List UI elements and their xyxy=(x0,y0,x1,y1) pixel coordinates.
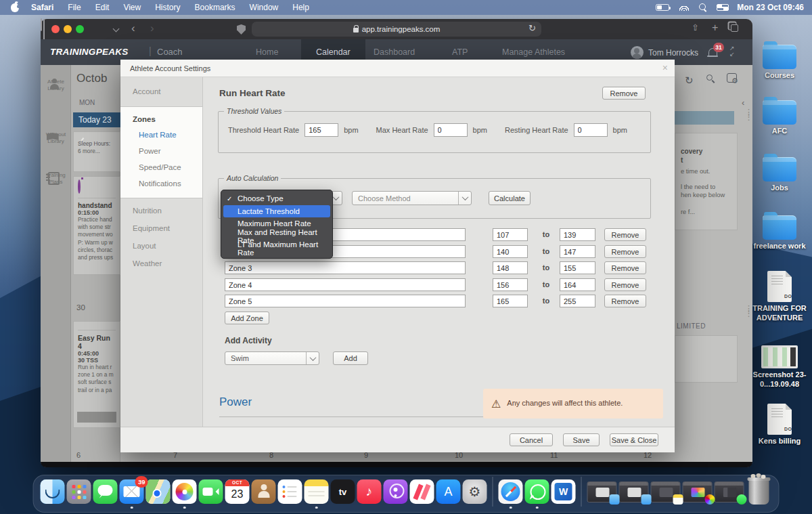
new-tab-icon[interactable]: + xyxy=(712,22,718,34)
privacy-shield-icon[interactable] xyxy=(237,24,246,35)
save-button[interactable]: Save xyxy=(563,433,600,446)
apple-menu-icon[interactable] xyxy=(11,3,19,12)
minimized-window-2[interactable] xyxy=(619,481,649,502)
menu-bookmarks[interactable]: Bookmarks xyxy=(195,3,235,12)
menu-bar-clock[interactable]: Mon 23 Oct 09:46 xyxy=(737,3,804,12)
dock-system-settings-icon[interactable] xyxy=(463,479,487,504)
dock-photos-icon[interactable] xyxy=(173,479,197,504)
spotlight-search-icon[interactable] xyxy=(699,3,707,12)
right-panel-card[interactable]: covery t e time out. l the need to hen k… xyxy=(675,133,738,230)
menu-view[interactable]: View xyxy=(123,3,141,12)
dock-maps-icon[interactable] xyxy=(146,479,171,504)
sidebar-toggle-icon[interactable] xyxy=(41,18,42,31)
tab-overview-icon[interactable] xyxy=(731,24,738,32)
battery-icon[interactable] xyxy=(656,4,669,11)
workout-card-easy-run[interactable]: Easy Run 4 0:45:00 30 TSS Run in heart r… xyxy=(73,321,120,428)
menu-option-lactate-threshold[interactable]: Lactate Threshold xyxy=(223,205,330,218)
sidebar-item-weather[interactable]: Weather xyxy=(120,255,202,272)
minimized-window-1[interactable] xyxy=(587,481,617,502)
zone-4-name-input[interactable] xyxy=(225,278,466,291)
forward-button[interactable]: › xyxy=(150,22,154,35)
sleep-card[interactable]: Sleep Hours: 6 more... xyxy=(73,131,120,172)
max-hr-input[interactable] xyxy=(434,123,468,137)
calendar-settings-icon[interactable]: ⚙ xyxy=(727,73,737,83)
zone-5-max-input[interactable] xyxy=(560,295,595,307)
dock-music-icon[interactable] xyxy=(357,479,382,504)
zone-5-name-input[interactable] xyxy=(225,295,466,307)
zone-3-name-input[interactable] xyxy=(225,261,466,274)
sidebar-section-zones[interactable]: Zones xyxy=(120,112,202,127)
menu-edit[interactable]: Edit xyxy=(95,3,110,12)
menu-help[interactable]: Help xyxy=(292,3,309,12)
dock-whatsapp-icon[interactable] xyxy=(525,479,549,504)
close-window-button[interactable] xyxy=(51,25,60,33)
sidebar-item-account[interactable]: Account xyxy=(120,84,202,99)
zone-1-min-input[interactable] xyxy=(493,228,528,241)
zone-4-remove-button[interactable]: Remove xyxy=(604,278,646,291)
cancel-button[interactable]: Cancel xyxy=(510,433,553,446)
activity-select[interactable]: Swim xyxy=(225,351,319,365)
menu-option-lt-and-maximum[interactable]: LT and Maximum Heart Rate xyxy=(221,242,332,255)
dock-finder-icon[interactable] xyxy=(41,479,65,504)
dock-safari-icon[interactable] xyxy=(499,479,523,504)
sidebar-item-athlete-library[interactable]: Athlete Library xyxy=(41,79,71,91)
back-button[interactable]: ‹ xyxy=(131,22,135,35)
dock-reminders-icon[interactable] xyxy=(278,479,302,504)
minimized-window-5[interactable] xyxy=(715,481,744,502)
remove-activity-button[interactable]: Remove xyxy=(602,87,646,100)
zone-3-min-input[interactable] xyxy=(493,261,528,274)
zone-5-min-input[interactable] xyxy=(493,295,528,307)
zone-5-remove-button[interactable]: Remove xyxy=(604,295,646,307)
today-banner[interactable]: Today 23 xyxy=(73,112,120,127)
workout-card-handstand[interactable]: handstand 0:15:00 Practice hand with som… xyxy=(73,176,120,275)
minimize-window-button[interactable] xyxy=(64,25,72,33)
drag-handle-dots[interactable]: ⋮⋮ xyxy=(744,110,752,119)
share-icon[interactable]: ⇧ xyxy=(692,22,699,33)
folder-icon[interactable] xyxy=(763,215,796,240)
tab-group-chevron-icon[interactable] xyxy=(114,28,118,33)
calendar-search-icon[interactable] xyxy=(706,74,714,83)
minimized-window-4[interactable] xyxy=(683,481,713,502)
menu-safari[interactable]: Safari xyxy=(31,3,53,12)
folder-icon[interactable] xyxy=(763,157,796,181)
zone-3-max-input[interactable] xyxy=(560,261,595,274)
collapse-panel-chevron-icon[interactable]: ‹ xyxy=(742,98,744,108)
add-activity-button[interactable]: Add xyxy=(333,351,368,365)
menu-window[interactable]: Window xyxy=(250,3,279,12)
sidebar-item-workout-library[interactable]: Workout Library xyxy=(41,131,71,144)
sleep-more[interactable]: 6 more... xyxy=(78,148,116,155)
dock-launchpad-icon[interactable] xyxy=(67,479,91,504)
sidebar-item-nutrition[interactable]: Nutrition xyxy=(120,202,202,219)
zoom-window-button[interactable] xyxy=(76,25,84,33)
threshold-hr-input[interactable] xyxy=(304,123,338,137)
dock-notes-icon[interactable] xyxy=(304,479,329,504)
zone-1-max-input[interactable] xyxy=(560,228,595,241)
close-icon[interactable]: × xyxy=(662,62,668,73)
zone-4-max-input[interactable] xyxy=(560,278,595,291)
sidebar-item-equipment[interactable]: Equipment xyxy=(120,219,202,237)
sidebar-item-power[interactable]: Power xyxy=(120,143,202,159)
reload-icon[interactable]: ↻ xyxy=(528,23,536,33)
zone-2-min-input[interactable] xyxy=(493,245,528,258)
dock-contacts-icon[interactable] xyxy=(252,479,276,504)
sidebar-item-speed-pace[interactable]: Speed/Pace xyxy=(120,159,202,175)
control-center-icon[interactable] xyxy=(717,4,727,11)
sidebar-item-training-plans[interactable]: Training Plans xyxy=(41,172,71,185)
trainingpeaks-logo[interactable]: TRAININGPEAKS xyxy=(50,47,129,57)
resting-hr-input[interactable] xyxy=(574,123,608,137)
sidebar-item-notifications[interactable]: Notifications xyxy=(120,175,202,192)
folder-icon[interactable] xyxy=(763,100,796,125)
calculate-button[interactable]: Calculate xyxy=(489,191,531,205)
menu-file[interactable]: File xyxy=(68,3,81,12)
menu-option-choose-type[interactable]: ✓ Choose Type xyxy=(221,192,332,205)
dock-podcasts-icon[interactable] xyxy=(384,479,408,504)
add-zone-button[interactable]: Add Zone xyxy=(225,312,269,324)
dock-facetime-icon[interactable] xyxy=(199,479,223,504)
dock-trash-icon[interactable] xyxy=(749,479,769,505)
refresh-icon[interactable]: ↻ xyxy=(685,74,694,87)
dock-news-icon[interactable] xyxy=(410,479,434,504)
docx-file-icon[interactable]: DOCX xyxy=(767,271,792,302)
zone-4-min-input[interactable] xyxy=(493,278,528,291)
dock-calendar-icon[interactable]: OCT 23 xyxy=(225,479,250,504)
dock-appstore-icon[interactable]: A xyxy=(436,479,461,504)
